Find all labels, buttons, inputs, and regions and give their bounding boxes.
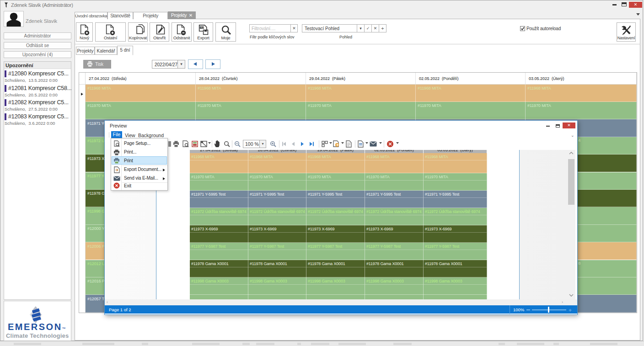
svg-text:XLS: XLS [200, 27, 204, 29]
